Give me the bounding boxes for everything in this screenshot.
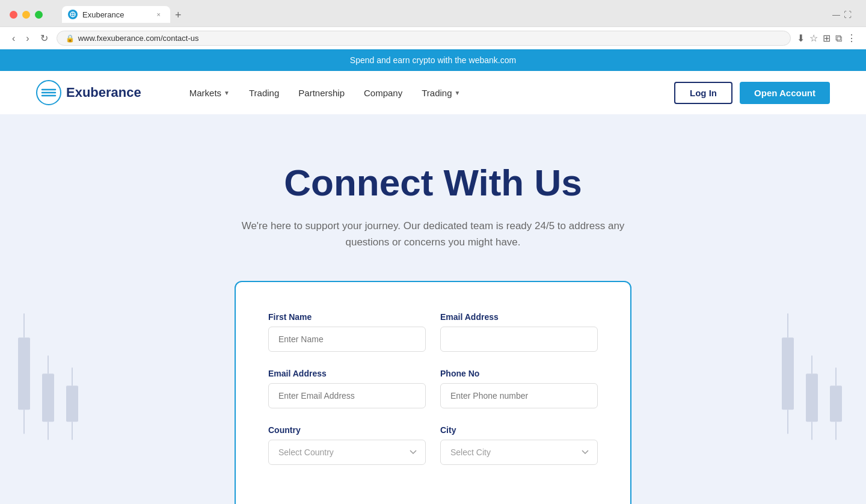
maximize-traffic-light[interactable] [35,11,43,19]
lock-icon: 🔒 [66,34,75,43]
browser-tabs: Exuberance × + [52,6,196,23]
refresh-button[interactable]: ↻ [38,31,51,45]
tab-title: Exuberance [82,10,124,19]
tab-favicon [68,10,78,19]
svg-rect-16 [782,337,794,410]
login-button[interactable]: Log In [674,82,732,104]
back-button[interactable]: ‹ [10,32,17,45]
minimize-traffic-light[interactable] [22,11,30,19]
more-button[interactable]: ⋮ [847,32,856,44]
phone-label: Phone No [440,369,598,378]
first-name-input[interactable] [268,327,426,352]
svg-rect-22 [830,386,842,422]
trading2-chevron-icon: ▼ [455,90,461,96]
nav-markets-label: Markets [189,88,221,98]
first-name-group: First Name [268,312,426,352]
country-group: Country Select Country [268,425,426,465]
logo-text: Exuberance [66,85,141,100]
email-group: Email Address [268,369,426,408]
hero-section: Connect With Us We're here to support yo… [0,114,866,504]
svg-rect-19 [806,373,818,422]
logo-icon [36,80,61,105]
nav-partnership[interactable]: Partnership [298,88,345,98]
nav-actions: Log In Open Account [674,82,830,104]
markets-chevron-icon: ▼ [224,90,230,96]
email-input[interactable] [268,383,426,408]
url-text: www.fxexuberance.com/contact-us [78,34,199,43]
extensions-button[interactable]: ⊞ [823,32,831,44]
browser-addressbar: ‹ › ↻ 🔒 www.fxexuberance.com/contact-us … [0,26,866,49]
form-row-1: First Name Email Address [268,312,598,352]
email-top-group: Email Address [440,312,598,352]
nav-trading-label: Trading [249,88,279,98]
nav-trading2[interactable]: Trading ▼ [422,88,460,98]
download-button[interactable]: ⬇ [797,32,805,44]
close-traffic-light[interactable] [10,11,17,19]
banner-text: Spend and earn crypto with the webank.co… [350,55,516,65]
nav-company[interactable]: Company [364,88,402,98]
svg-rect-7 [18,337,30,410]
window-fullscreen[interactable]: ⛶ [844,10,852,19]
panel-button[interactable]: ⧉ [835,33,842,44]
traffic-lights-bar: Exuberance × + — ⛶ [0,0,866,26]
phone-group: Phone No [440,369,598,408]
form-row-3: Country Select Country City Select City [268,425,598,465]
browser-chrome: Exuberance × + — ⛶ ‹ › ↻ 🔒 www.fxexubera… [0,0,866,49]
open-account-button[interactable]: Open Account [740,82,830,104]
nav-links: Markets ▼ Trading Partnership Company Tr… [189,88,674,98]
form-row-2: Email Address Phone No [268,369,598,408]
svg-rect-10 [42,373,54,422]
address-bar[interactable]: 🔒 www.fxexuberance.com/contact-us [57,31,791,46]
city-group: City Select City [440,425,598,465]
city-label: City [440,425,598,435]
email-label: Email Address [268,369,426,378]
hero-subtitle: We're here to support your journey. Our … [241,218,625,250]
navbar: Exuberance Markets ▼ Trading Partnership… [0,71,866,114]
logo[interactable]: Exuberance [36,80,141,105]
nav-partnership-label: Partnership [298,88,345,98]
browser-action-buttons: ⬇ ☆ ⊞ ⧉ ⋮ [797,32,856,44]
top-banner: Spend and earn crypto with the webank.co… [0,49,866,71]
bookmark-button[interactable]: ☆ [809,32,818,44]
email-top-input[interactable] [440,327,598,352]
forward-button[interactable]: › [23,32,31,45]
active-tab[interactable]: Exuberance × [62,6,170,23]
window-minimize[interactable]: — [832,10,840,19]
svg-rect-13 [66,386,78,422]
nav-trading2-label: Trading [422,88,452,98]
nav-trading[interactable]: Trading [249,88,279,98]
city-select[interactable]: Select City [440,440,598,465]
country-label: Country [268,425,426,435]
email-top-label: Email Address [440,312,598,322]
first-name-label: First Name [268,312,426,322]
country-select[interactable]: Select Country [268,440,426,465]
tab-close-button[interactable]: × [157,11,161,18]
nav-company-label: Company [364,88,402,98]
nav-markets[interactable]: Markets ▼ [189,88,230,98]
new-tab-button[interactable]: + [170,7,186,23]
contact-form: First Name Email Address Email Address P… [235,281,631,504]
hero-title: Connect With Us [284,162,582,203]
phone-input[interactable] [440,383,598,408]
